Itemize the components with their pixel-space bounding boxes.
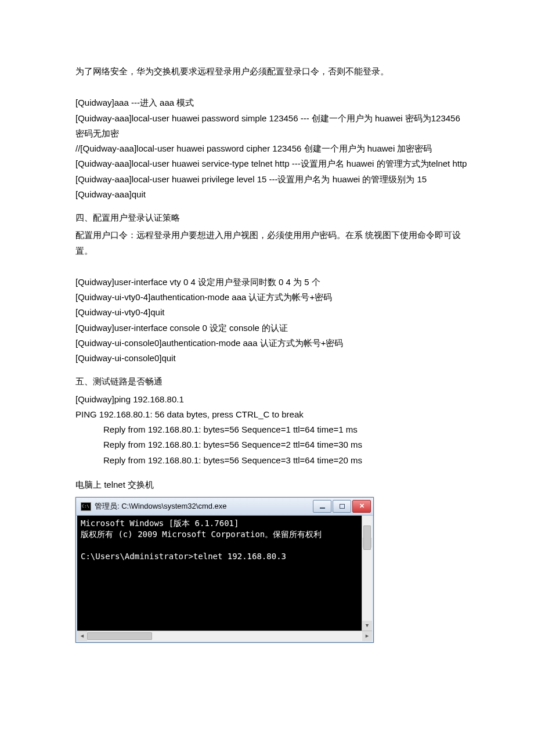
cmd-line: [Quidway]aaa ---进入 aaa 模式 [75, 95, 467, 110]
cmd-line: [Quidway]ping 192.168.80.1 [75, 392, 467, 407]
cmd-body[interactable]: Microsoft Windows [版本 6.1.7601] 版权所有 (c)… [77, 516, 372, 631]
cmd-window-title: 管理员: C:\Windows\system32\cmd.exe [95, 500, 227, 513]
ping-reply: Reply from 192.168.80.1: bytes=56 Sequen… [75, 437, 467, 452]
intro-paragraph: 为了网络安全，华为交换机要求远程登录用户必须配置登录口令，否则不能登录。 [75, 64, 467, 79]
scroll-right-icon[interactable]: ► [362, 631, 372, 641]
cmd-line: [Quidway-aaa]quit [75, 187, 467, 202]
cmd-line: [Quidway-ui-console0]authentication-mode… [75, 336, 467, 351]
scroll-thumb[interactable] [87, 632, 152, 640]
cmd-titlebar[interactable]: 管理员: C:\Windows\system32\cmd.exe ✕ [76, 498, 373, 516]
section-4-desc: 配置用户口令：远程登录用户要想进入用户视图，必须使用用户密码。在系 统视图下使用… [75, 228, 467, 258]
aaa-config-block: [Quidway]aaa ---进入 aaa 模式 [Quidway-aaa]l… [75, 95, 467, 202]
vertical-scrollbar[interactable]: ▲ ▼ [362, 516, 372, 631]
scroll-left-icon[interactable]: ◄ [77, 631, 87, 641]
cmd-icon [81, 502, 91, 511]
cmd-line: [Quidway-aaa]local-user huawei password … [75, 111, 467, 142]
cmd-output: Microsoft Windows [版本 6.1.7601] 版权所有 (c)… [81, 519, 322, 561]
horizontal-scrollbar[interactable]: ◄ ► [77, 631, 372, 641]
minimize-button[interactable] [313, 500, 331, 513]
cmd-line: [Quidway-ui-vty0-4]quit [75, 305, 467, 320]
close-button[interactable]: ✕ [352, 500, 371, 513]
scroll-thumb[interactable] [363, 525, 371, 550]
cmd-line: [Quidway-ui-console0]quit [75, 351, 467, 366]
cmd-line: [Quidway-aaa]local-user huawei service-t… [75, 156, 467, 171]
cmd-line: PING 192.168.80.1: 56 data bytes, press … [75, 407, 467, 422]
vty-config-block: [Quidway]user-interface vty 0 4 设定用户登录同时… [75, 275, 467, 366]
section-5-title: 五、测试链路是否畅通 [75, 374, 467, 389]
cmd-line: //[Quidway-aaa]local-user huawei passwor… [75, 141, 467, 156]
cmd-line: [Quidway-ui-vty0-4]authentication-mode a… [75, 290, 467, 305]
scroll-down-icon[interactable]: ▼ [362, 621, 372, 631]
cmd-line: [Quidway]user-interface vty 0 4 设定用户登录同时… [75, 275, 467, 290]
telnet-caption: 电脑上 telnet 交换机 [75, 477, 467, 492]
cmd-window: 管理员: C:\Windows\system32\cmd.exe ✕ Micro… [75, 497, 374, 643]
ping-reply: Reply from 192.168.80.1: bytes=56 Sequen… [75, 422, 467, 437]
window-buttons: ✕ [313, 500, 371, 513]
ping-block: [Quidway]ping 192.168.80.1 PING 192.168.… [75, 392, 467, 468]
cmd-line: [Quidway]user-interface console 0 设定 con… [75, 321, 467, 336]
cmd-line: [Quidway-aaa]local-user huawei privilege… [75, 172, 467, 187]
ping-reply: Reply from 192.168.80.1: bytes=56 Sequen… [75, 453, 467, 468]
section-4-title: 四、配置用户登录认证策略 [75, 210, 467, 225]
maximize-button[interactable] [333, 500, 351, 513]
document-page: 为了网络安全，华为交换机要求远程登录用户必须配置登录口令，否则不能登录。 [Qu… [0, 0, 534, 701]
